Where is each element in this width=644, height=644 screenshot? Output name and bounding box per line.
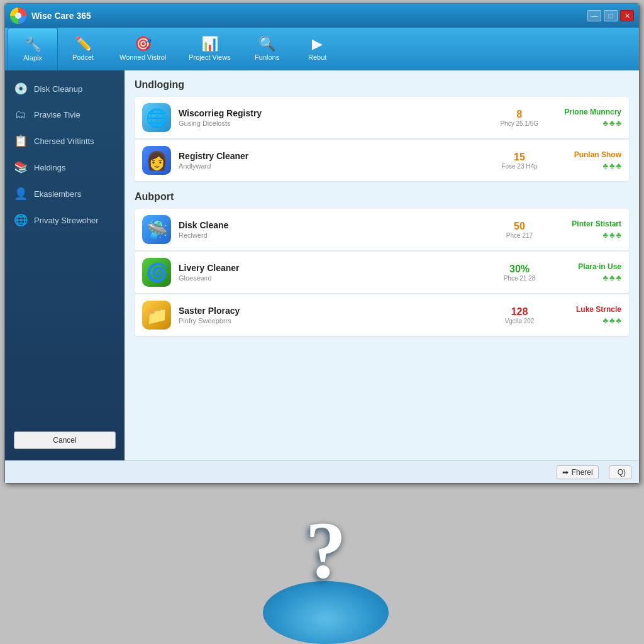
registry-cleaner-status-label: Punlan Show [546,150,621,159]
question-mark-symbol: ? [306,509,347,591]
livery-cleaner-sub: Gloesewrd [179,274,493,282]
close-button[interactable]: ✕ [620,10,634,21]
sidebar-item-ekaslembers-label: Ekaslembers [34,189,81,199]
saster-ploracy-count-label: Vgclla 202 [501,318,538,325]
disk-cleanup-icon: 💿 [14,82,28,96]
tab-project[interactable]: 📊 Project Views [177,28,242,70]
tab-podcet-icon: ✏️ [75,37,92,51]
list-item[interactable]: 🛸 Disk Cleane Reclwerd 50 Phce 217 Pinte… [135,209,629,250]
sidebar-item-disk-cleanup-label: Disk Cleanup [34,84,82,94]
sidebar: 💿 Disk Cleanup 🗂 Pravise Tivie 📋 Chersed… [5,70,125,460]
sidebar-item-disk-cleanup[interactable]: 💿 Disk Cleanup [5,75,125,102]
star3: ♣ [616,316,621,325]
section1-title: Undloging [135,79,629,91]
livery-cleaner-count-label: Phce 21 28 [501,275,538,282]
disk-cleane-count-number: 50 [501,221,538,232]
minimize-button[interactable]: — [587,10,601,21]
tab-project-label: Project Views [189,53,230,61]
sidebar-item-heldings[interactable]: 📚 Heldings [5,154,125,180]
registry-cleaner-info: Registry Cleaner Andlyward [179,151,493,170]
tab-podcet-label: Podcet [72,53,94,61]
saster-ploracy-info: Saster Ploracy Pinfry Sweepbrrs [179,306,493,325]
disk-cleane-count: 50 Phce 217 [501,221,538,239]
app-window: Wise Care 365 — □ ✕ 🔧 Alapix ✏️ Podcet 🎯… [4,3,640,484]
ekaslembers-icon: 👤 [14,187,28,201]
livery-cleaner-icon: 🌀 [142,258,171,287]
star3: ♣ [616,273,621,282]
tab-alapix-label: Alapix [23,54,42,62]
livery-cleaner-count: 30% Phce 21 28 [501,264,538,282]
livery-cleaner-status-label: Plara·in Use [546,262,621,271]
star1: ♣ [602,161,608,170]
list-item[interactable]: 👩 Registry Cleaner Andlyward 15 Fose 23 … [135,140,629,181]
tab-podcet[interactable]: ✏️ Podcet [58,28,108,70]
registry-cleaner-count: 15 Fose 23 H4p [501,152,538,170]
privaty-icon: 🌐 [14,213,28,227]
window-title: Wise Care 365 [31,11,91,21]
tab-rebut-label: Rebut [308,53,326,61]
registry-cleaner-count-number: 15 [501,152,538,163]
sidebar-item-heldings-label: Heldings [34,163,66,172]
sidebar-item-pravise-tivie[interactable]: 🗂 Pravise Tivie [5,102,125,128]
saster-ploracy-sub: Pinfry Sweepbrrs [179,317,493,325]
sidebar-item-chersed-label: Chersed Vritintts [34,136,94,146]
star3: ♣ [616,118,621,128]
registry-cleaner-count-label: Fose 23 H4p [501,163,538,170]
wiscorrieg-info: Wiscorrieg Registry Gusing Dicelosts [179,108,492,127]
tab-wonned-icon: 🎯 [135,37,152,51]
list-item[interactable]: 🌐 Wiscorrieg Registry Gusing Dicelosts 8… [135,97,629,138]
sidebar-item-chersed-vritints[interactable]: 📋 Chersed Vritintts [5,128,125,154]
saster-ploracy-count-number: 128 [501,306,538,318]
maximize-button[interactable]: □ [604,10,618,21]
disk-cleane-info: Disk Cleane Reclwerd [179,220,493,239]
star1: ♣ [602,118,608,128]
list-item[interactable]: 🌀 Livery Cleaner Gloesewrd 30% Phce 21 2… [135,252,629,293]
content-area: Undloging 🌐 Wiscorrieg Registry Gusing D… [125,70,639,460]
registry-cleaner-stars: ♣ ♣ ♣ [546,161,621,170]
wiscorrieg-icon: 🌐 [142,103,171,132]
sidebar-item-privaty[interactable]: 🌐 Privaty Strewoher [5,207,125,233]
title-controls: — □ ✕ [587,10,634,21]
wiscorrieg-count: 8 Phcy 25.1/5G [500,109,538,127]
livery-cleaner-name: Livery Cleaner [179,263,493,273]
footer-btn2[interactable]: Q) [609,465,631,479]
section1-list: 🌐 Wiscorrieg Registry Gusing Dicelosts 8… [135,97,629,181]
tab-alapix[interactable]: 🔧 Alapix [8,28,58,70]
tab-rebut[interactable]: ▶ Rebut [292,28,343,70]
footer-btn1[interactable]: ➡ Fherel [557,465,599,479]
disk-cleane-stars: ♣ ♣ ♣ [546,230,621,240]
disk-cleane-icon: 🛸 [142,215,171,244]
tab-rebut-icon: ▶ [312,37,323,51]
tab-funlons[interactable]: 🔍 Funlons [242,28,292,70]
sidebar-item-privaty-label: Privaty Strewoher [34,216,99,225]
wiscorrieg-sub: Gusing Dicelosts [179,119,492,127]
footer: ➡ Fherel Q) [5,460,639,483]
saster-ploracy-icon: 📁 [142,301,171,330]
wiscorrieg-name: Wiscorrieg Registry [179,108,492,118]
footer-btn1-icon: ➡ [562,468,569,477]
star3: ♣ [616,161,621,170]
list-item[interactable]: 📁 Saster Ploracy Pinfry Sweepbrrs 128 Vg… [135,294,629,336]
registry-cleaner-icon: 👩 [142,146,171,175]
heldings-icon: 📚 [14,160,28,174]
star1: ♣ [602,316,608,325]
tab-wonned[interactable]: 🎯 Wonned Vistrol [108,28,177,70]
livery-cleaner-stars: ♣ ♣ ♣ [546,273,621,282]
sidebar-item-ekaslembers[interactable]: 👤 Ekaslembers [5,180,125,207]
disk-cleane-name: Disk Cleane [179,220,493,230]
saster-ploracy-status: Luke Strncle ♣ ♣ ♣ [546,305,621,325]
livery-cleaner-info: Livery Cleaner Gloesewrd [179,263,493,282]
livery-cleaner-count-number: 30% [501,264,538,275]
star1: ♣ [602,273,608,282]
chersed-vritints-icon: 📋 [14,134,28,148]
tab-funlons-label: Funlons [255,53,279,61]
nav-tabs: 🔧 Alapix ✏️ Podcet 🎯 Wonned Vistrol 📊 Pr… [5,28,639,70]
section2-title: Aubport [135,191,629,203]
wiscorrieg-stars: ♣ ♣ ♣ [546,118,621,128]
star2: ♣ [609,118,615,128]
registry-cleaner-sub: Andlyward [179,162,493,170]
title-bar: Wise Care 365 — □ ✕ [5,4,639,28]
cancel-button[interactable]: Cancel [14,431,116,449]
star2: ♣ [609,273,615,282]
title-bar-left: Wise Care 365 [10,8,91,24]
